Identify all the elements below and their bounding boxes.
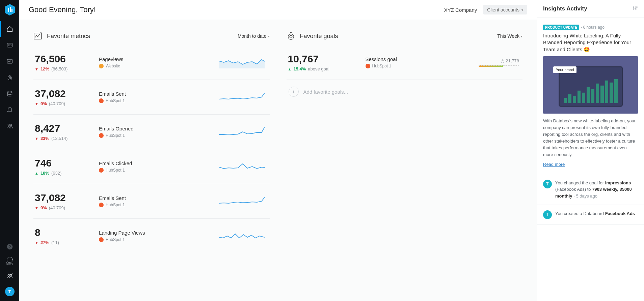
metrics-section-icon (33, 32, 42, 40)
sparkline-chart (219, 194, 266, 209)
metric-delta-pct: 12% (41, 66, 49, 71)
read-more-link[interactable]: Read more (543, 162, 565, 167)
trend-down-icon: ▼ (35, 241, 38, 245)
svg-point-11 (10, 124, 11, 126)
goals-section-title: Favorite goals (300, 33, 338, 40)
post-time: 6 hours ago (583, 25, 605, 30)
left-nav-rail: 123 ? 50% T (0, 0, 19, 301)
goal-source: HubSpot 1 (372, 64, 392, 68)
goal-value: 10,767 (288, 53, 359, 64)
post-title[interactable]: Introducing White Labeling: A Fully-Bran… (543, 32, 638, 53)
metric-prev-value: (12,514) (51, 136, 68, 141)
metric-name: Emails Clicked (99, 160, 212, 166)
metrics-range-dropdown[interactable]: Month to date ▾ (238, 33, 270, 39)
source-icon (99, 203, 104, 207)
source-icon (99, 98, 104, 103)
svg-rect-2 (10, 7, 11, 12)
metric-row[interactable]: 37,082 ▼ 9% (40,709) Emails Sent HubSpot… (33, 184, 270, 218)
svg-point-18 (288, 34, 294, 40)
activity-time: · 5 days ago (573, 193, 597, 199)
target-icon: ◎ (501, 58, 504, 63)
metric-row[interactable]: 37,082 ▼ 9% (40,709) Emails Sent HubSpot… (33, 80, 270, 114)
post-image-caption: Your brand (553, 66, 576, 73)
metric-value: 76,506 (35, 53, 92, 64)
metric-prev-value: (11) (51, 240, 59, 245)
sparkline-chart (219, 90, 266, 104)
metric-source: HubSpot 1 (106, 98, 125, 103)
user-avatar[interactable]: T (5, 287, 15, 296)
metric-source: HubSpot 1 (106, 133, 125, 138)
activity-item[interactable]: T You created a Databoard Facebook Ads (537, 205, 644, 225)
trend-down-icon: ▼ (35, 206, 38, 210)
metric-source: Website (106, 64, 120, 68)
svg-rect-17 (34, 33, 42, 39)
metric-value: 37,082 (35, 192, 92, 203)
trend-down-icon: ▼ (35, 67, 38, 71)
metric-name: Landing Page Views (99, 230, 212, 236)
metric-source: HubSpot 1 (106, 237, 125, 242)
metrics-list: 76,506 ▼ 12% (86,503) Pageviews Website … (33, 45, 270, 253)
chevron-down-icon: ▾ (521, 8, 523, 12)
metrics-section-title: Favorite metrics (47, 33, 90, 40)
nav-data-icon[interactable] (0, 86, 19, 102)
brand-logo[interactable] (4, 3, 16, 16)
nav-alerts-icon[interactable] (0, 102, 19, 118)
goals-range-dropdown[interactable]: This Week ▾ (497, 33, 522, 39)
sparkline-chart (219, 55, 266, 70)
favorite-goals-column: Favorite goals This Week ▾ 10,767 ▲ 15.4… (287, 26, 523, 103)
metric-source: HubSpot 1 (106, 168, 125, 173)
favorite-metrics-column: Favorite metrics Month to date ▾ 76,506 … (33, 26, 270, 253)
activity-item[interactable]: T You changed the goal for Impressions (… (537, 174, 644, 205)
company-name: XYZ Company (444, 7, 477, 13)
trend-up-icon: ▲ (288, 67, 292, 71)
metric-name: Emails Opened (99, 126, 212, 131)
source-icon (366, 64, 370, 68)
metric-value: 746 (35, 157, 92, 169)
svg-text:?: ? (8, 245, 11, 249)
sparkline-chart (219, 159, 266, 174)
goal-delta-pct: 15.4% (293, 66, 306, 71)
nav-help-icon[interactable]: ? (0, 239, 19, 255)
insights-title: Insights Activity (543, 5, 587, 12)
nav-home-icon[interactable] (0, 21, 19, 37)
activity-avatar: T (543, 210, 552, 219)
goal-target-value: 21,778 (506, 58, 519, 63)
svg-point-8 (9, 77, 10, 79)
sparkline-chart (219, 124, 266, 139)
nav-progress-icon[interactable]: 50% (0, 255, 19, 268)
nav-databoards-icon[interactable] (0, 53, 19, 69)
plus-icon: ＋ (289, 87, 299, 97)
metric-prev-value: (40,709) (49, 205, 65, 210)
goal-name: Sessions goal (366, 56, 462, 62)
svg-point-7 (8, 76, 12, 80)
svg-text:123: 123 (8, 44, 11, 47)
metric-delta-pct: 18% (41, 171, 49, 176)
svg-point-16 (10, 274, 11, 276)
metric-row[interactable]: 746 ▲ 18% (632) Emails Clicked HubSpot 1 (33, 149, 270, 184)
insights-sidebar: Insights Activity PRODUCT UPDATE · 6 hou… (537, 0, 644, 301)
metric-delta-pct: 9% (41, 101, 47, 106)
nav-goals-icon[interactable] (0, 69, 19, 86)
nav-metrics-icon[interactable]: 123 (0, 37, 19, 53)
svg-point-15 (8, 274, 9, 276)
metric-prev-value: (86,503) (51, 66, 68, 71)
client-accounts-dropdown[interactable]: Client accounts ▾ (483, 5, 527, 14)
goals-list: 10,767 ▲ 15.4% above goal Sessions goal … (287, 45, 523, 80)
chevron-down-icon: ▾ (268, 34, 270, 38)
metric-value: 8 (35, 227, 92, 238)
svg-point-10 (8, 124, 9, 126)
nav-team-icon[interactable] (0, 118, 19, 134)
metric-prev-value: (40,709) (49, 101, 65, 106)
nav-clients-icon[interactable] (0, 268, 19, 284)
svg-point-19 (290, 35, 292, 38)
nav-progress-label: 50% (6, 262, 13, 265)
post-body: With Databox's new white-labeling add-on… (543, 118, 638, 158)
add-favorite-goal-button[interactable]: ＋ Add favorite goals... (287, 80, 523, 103)
goal-row[interactable]: 10,767 ▲ 15.4% above goal Sessions goal … (287, 45, 523, 80)
metric-row[interactable]: 8 ▼ 27% (11) Landing Page Views HubSpot … (33, 218, 270, 253)
post-image[interactable]: Your brand (543, 56, 638, 114)
metric-delta-pct: 33% (41, 136, 49, 141)
metric-row[interactable]: 76,506 ▼ 12% (86,503) Pageviews Website (33, 45, 270, 80)
metric-row[interactable]: 8,427 ▼ 33% (12,514) Emails Opened HubSp… (33, 114, 270, 149)
settings-icon[interactable] (633, 5, 638, 12)
